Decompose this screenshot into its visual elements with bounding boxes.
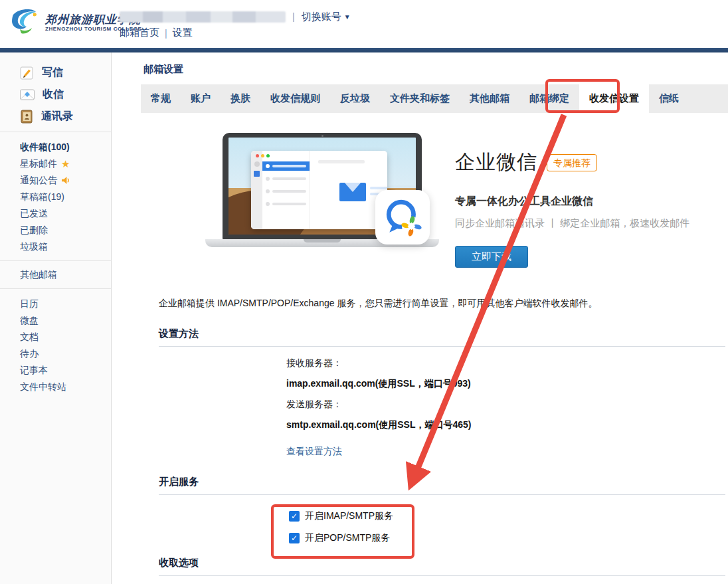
app-label: 日历 [20, 298, 39, 310]
sidebar-compose-section: 写信 收信 通讯录 [0, 59, 111, 132]
wecom-title: 企业微信 [455, 149, 537, 176]
sidebar-item-compose[interactable]: 写信 [0, 62, 111, 84]
tab-mail-rules[interactable]: 收发信规则 [260, 84, 330, 113]
page-title: 邮箱设置 [143, 63, 728, 76]
app-label: 微盘 [20, 315, 39, 326]
tab-general[interactable]: 常规 [141, 84, 181, 113]
sidebar-item-deleted[interactable]: 已删除 [0, 222, 111, 239]
folder-label: 星标邮件 [20, 158, 57, 169]
laptop-illustration [205, 133, 439, 254]
folder-label: 收件箱(100) [20, 142, 70, 153]
sidebar-item-label: 通讯录 [41, 110, 73, 124]
traffic-light-dots [256, 154, 270, 157]
main-content: 邮箱设置 常规 账户 换肤 收发信规则 反垃圾 文件夹和标签 其他邮箱 邮箱绑定… [112, 52, 728, 584]
imap-smtp-service-row[interactable]: ✓ 开启IMAP/SMTP服务 [289, 510, 728, 523]
app-label: 文档 [20, 332, 39, 343]
header: 郑州旅游职业学院 ZHENGZHOU TOURISM COLLEGE | 切换账… [0, 0, 728, 48]
imap-smtp-label: 开启IMAP/SMTP服务 [305, 510, 393, 522]
account-email-redacted [120, 11, 286, 23]
folder-label: 其他邮箱 [20, 269, 57, 280]
sidebar-other-section: 其他邮箱 [0, 261, 111, 289]
tab-antispam[interactable]: 反垃圾 [330, 84, 380, 113]
tab-account[interactable]: 账户 [181, 84, 221, 113]
header-divider-bar [0, 48, 728, 52]
header-nav-separator: | [165, 28, 167, 39]
settings-link[interactable]: 设置 [173, 27, 193, 39]
envelope-icon [339, 183, 366, 201]
account-area: | 切换账号 ▼ 邮箱首页 | 设置 [120, 9, 351, 39]
app-label: 待办 [20, 348, 39, 359]
pop-smtp-checkbox[interactable]: ✓ [289, 533, 300, 543]
sidebar-apps-section: 日历 微盘 文档 待办 记事本 文件中转站 [0, 289, 111, 402]
check-icon: ✓ [291, 512, 298, 521]
pop-smtp-service-row[interactable]: ✓ 开启POP/SMTP服务 [289, 532, 728, 545]
sidebar-item-contacts[interactable]: 通讯录 [0, 106, 111, 128]
sidebar-folder-section: 收件箱(100) 星标邮件 ★ 通知公告 草稿箱(19) 已 [0, 132, 111, 261]
tab-skin[interactable]: 换肤 [221, 84, 260, 113]
mail-icon [20, 89, 35, 100]
wecom-subtitle: 专属一体化办公工具企业微信 [455, 195, 689, 209]
wecom-description: 同步企业邮箱通讯录 丨 绑定企业邮箱，极速收发邮件 [455, 217, 689, 230]
sidebar-item-other-mailbox[interactable]: 其他邮箱 [0, 266, 111, 283]
receive-server-label: 接收服务器： [286, 357, 728, 369]
college-logo-icon [7, 5, 41, 40]
sidebar-item-spam[interactable]: 垃圾箱 [0, 239, 111, 255]
tab-folders-labels[interactable]: 文件夹和标签 [380, 84, 460, 113]
section-enable-service: 开启服务 [159, 476, 725, 495]
app-label: 文件中转站 [20, 381, 66, 393]
folder-label: 草稿箱(19) [20, 191, 64, 203]
folder-label: 垃圾箱 [20, 241, 48, 252]
sidebar-item-file-transfer[interactable]: 文件中转站 [0, 379, 111, 395]
exclusive-badge: 专属推荐 [547, 154, 597, 171]
server-settings-block: 接收服务器： imap.exmail.qq.com(使用SSL，端口号993) … [286, 357, 728, 431]
speaker-icon [61, 176, 71, 185]
tab-send-receive-settings[interactable]: 收发信设置 [579, 84, 649, 113]
receive-server-value: imap.exmail.qq.com(使用SSL，端口号993) [286, 378, 728, 390]
service-intro-text: 企业邮箱提供 IMAP/SMTP/POP/Exchange 服务，您只需进行简单… [159, 298, 728, 310]
check-icon: ✓ [291, 534, 298, 543]
sidebar-item-docs[interactable]: 文档 [0, 329, 111, 345]
folder-label: 已发送 [20, 208, 48, 219]
tab-stationery[interactable]: 信纸 [649, 84, 689, 113]
sidebar-item-starred[interactable]: 星标邮件 ★ [0, 155, 111, 172]
sidebar-item-drafts[interactable]: 草稿箱(19) [0, 189, 111, 205]
webmail-settings-page: 郑州旅游职业学院 ZHENGZHOU TOURISM COLLEGE | 切换账… [0, 0, 728, 584]
sidebar-item-inbox[interactable]: 收件箱(100) [0, 139, 111, 155]
sidebar-item-label: 收信 [43, 88, 64, 102]
imap-smtp-checkbox[interactable]: ✓ [289, 511, 300, 522]
tab-content: 企业微信 专属推荐 专属一体化办公工具企业微信 同步企业邮箱通讯录 丨 绑定企业… [141, 130, 728, 576]
sidebar-item-todo[interactable]: 待办 [0, 345, 111, 362]
tab-other-mailbox[interactable]: 其他邮箱 [460, 84, 519, 113]
wecom-app-icon [375, 190, 430, 244]
wecom-promo-banner: 企业微信 专属推荐 专属一体化办公工具企业微信 同步企业邮箱通讯录 丨 绑定企业… [159, 130, 728, 274]
wecom-promo-text: 企业微信 专属推荐 专属一体化办公工具企业微信 同步企业邮箱通讯录 丨 绑定企业… [455, 149, 689, 268]
mailbox-home-link[interactable]: 邮箱首页 [120, 27, 159, 39]
pop-smtp-label: 开启POP/SMTP服务 [305, 532, 390, 544]
compose-icon [20, 66, 34, 80]
send-server-label: 发送服务器： [286, 399, 728, 411]
section-setup-method: 设置方法 [159, 328, 725, 347]
folder-label: 通知公告 [20, 175, 57, 186]
switch-account-label: 切换账号 [302, 11, 341, 23]
tab-mailbox-binding[interactable]: 邮箱绑定 [519, 84, 579, 113]
sidebar-item-notebook[interactable]: 记事本 [0, 362, 111, 379]
settings-tabbar: 常规 账户 换肤 收发信规则 反垃圾 文件夹和标签 其他邮箱 邮箱绑定 收发信设… [141, 84, 728, 113]
view-setup-method-link[interactable]: 查看设置方法 [286, 446, 342, 458]
send-server-value: smtp.exmail.qq.com(使用SSL，端口号465) [286, 419, 728, 431]
chevron-down-icon: ▼ [344, 13, 351, 21]
sidebar-item-announcements[interactable]: 通知公告 [0, 172, 111, 189]
sidebar-item-weidrive[interactable]: 微盘 [0, 312, 111, 329]
switch-account-link[interactable]: 切换账号 ▼ [302, 11, 351, 23]
contacts-icon [20, 110, 33, 124]
service-toggle-group: ✓ 开启IMAP/SMTP服务 ✓ 开启POP/SMTP服务 [289, 510, 728, 545]
folder-label: 已删除 [20, 225, 48, 236]
section-fetch-options: 收取选项 [159, 557, 725, 576]
sidebar: 写信 收信 通讯录 [0, 52, 112, 584]
header-separator: | [292, 11, 295, 22]
sidebar-item-inbox-check[interactable]: 收信 [0, 84, 111, 106]
sidebar-item-sent[interactable]: 已发送 [0, 205, 111, 222]
mail-app-window [251, 151, 387, 229]
sidebar-item-calendar[interactable]: 日历 [0, 296, 111, 312]
download-now-button[interactable]: 立即下载 [455, 246, 528, 268]
app-label: 记事本 [20, 365, 48, 376]
